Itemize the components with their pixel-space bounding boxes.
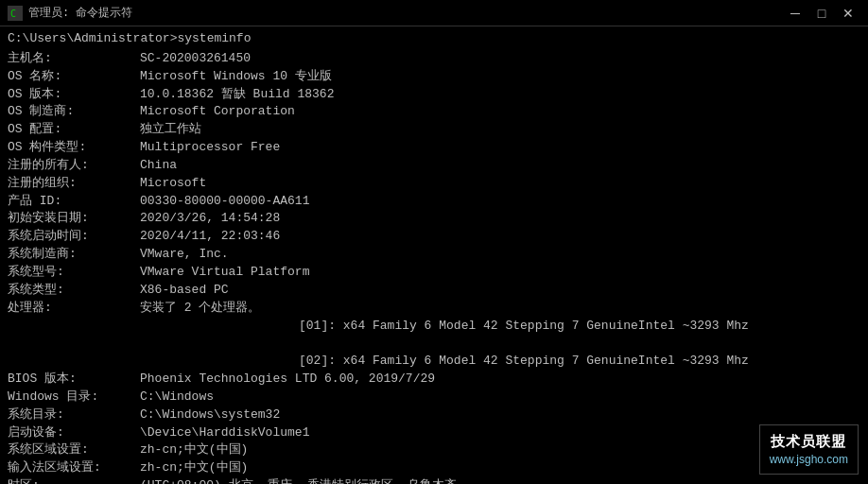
sysinfo-table: 主机名:SC-202003261450OS 名称:Microsoft Windo… bbox=[8, 50, 860, 484]
table-row: 时区:(UTC+08:00) 北京, 重庆, 香港特别行政区, 乌鲁木齐 bbox=[8, 477, 860, 484]
title-bar: C 管理员: 命令提示符 ─ □ ✕ bbox=[0, 0, 868, 26]
table-row: 系统区域设置:zh-cn;中文(中国) bbox=[8, 441, 860, 459]
row-value: 独立工作站 bbox=[140, 121, 860, 139]
row-value: 安装了 2 个处理器。[01]: x64 Family 6 Model 42 S… bbox=[140, 300, 860, 371]
row-value: Microsoft Corporation bbox=[140, 103, 860, 121]
row-value: zh-cn;中文(中国) bbox=[140, 441, 860, 459]
row-value: (UTC+08:00) 北京, 重庆, 香港特别行政区, 乌鲁木齐 bbox=[140, 477, 860, 484]
row-value: Multiprocessor Free bbox=[140, 139, 860, 157]
table-row: OS 构件类型:Multiprocessor Free bbox=[8, 139, 860, 157]
row-value: Microsoft Windows 10 专业版 bbox=[140, 68, 860, 86]
table-row: OS 名称:Microsoft Windows 10 专业版 bbox=[8, 68, 860, 86]
row-value: 2020/3/26, 14:54:28 bbox=[140, 210, 860, 228]
row-value: C:\Windows bbox=[140, 389, 860, 406]
row-label: Windows 目录: bbox=[8, 389, 140, 406]
row-label: 启动设备: bbox=[8, 424, 140, 442]
row-label: 系统启动时间: bbox=[8, 228, 140, 246]
table-row: 注册的组织:Microsoft bbox=[8, 175, 860, 193]
row-label: 处理器: bbox=[8, 300, 140, 371]
terminal-area: C:\Users\Administrator>systeminfo 主机名:SC… bbox=[0, 26, 868, 484]
table-row: 系统类型:X86-based PC bbox=[8, 282, 860, 300]
row-label: BIOS 版本: bbox=[8, 371, 140, 389]
cmd-icon: C bbox=[8, 6, 23, 21]
row-value: Microsoft bbox=[140, 175, 860, 193]
row-label: 注册的所有人: bbox=[8, 157, 140, 175]
row-value: 2020/4/11, 22:03:46 bbox=[140, 228, 860, 246]
table-row: 主机名:SC-202003261450 bbox=[8, 50, 860, 68]
row-value: zh-cn;中文(中国) bbox=[140, 459, 860, 477]
minimize-button[interactable]: ─ bbox=[783, 4, 807, 23]
table-row: 系统制造商:VMware, Inc. bbox=[8, 246, 860, 264]
row-label: OS 名称: bbox=[8, 68, 140, 86]
row-value: Phoenix Technologies LTD 6.00, 2019/7/29 bbox=[140, 371, 860, 389]
row-value: 10.0.18362 暂缺 Build 18362 bbox=[140, 86, 860, 104]
row-label: 主机名: bbox=[8, 50, 140, 68]
table-row: OS 版本:10.0.18362 暂缺 Build 18362 bbox=[8, 86, 860, 104]
table-row: 系统型号:VMware Virtual Platform bbox=[8, 264, 860, 282]
watermark-url: www.jsgho.com bbox=[770, 452, 848, 468]
row-value: \Device\HarddiskVolume1 bbox=[140, 424, 860, 442]
row-label: 输入法区域设置: bbox=[8, 459, 140, 477]
table-row: OS 制造商:Microsoft Corporation bbox=[8, 103, 860, 121]
row-label: 初始安装日期: bbox=[8, 210, 140, 228]
title-bar-left: C 管理员: 命令提示符 bbox=[8, 5, 132, 21]
row-value: X86-based PC bbox=[140, 282, 860, 300]
row-value: VMware, Inc. bbox=[140, 246, 860, 264]
title-bar-controls: ─ □ ✕ bbox=[783, 4, 860, 23]
title-bar-title: 管理员: 命令提示符 bbox=[28, 5, 132, 21]
table-row: OS 配置:独立工作站 bbox=[8, 121, 860, 139]
table-row: 系统启动时间:2020/4/11, 22:03:46 bbox=[8, 228, 860, 246]
table-row: Windows 目录:C:\Windows bbox=[8, 389, 860, 406]
table-row: 产品 ID:00330-80000-00000-AA611 bbox=[8, 193, 860, 211]
table-row: 系统目录:C:\Windows\system32 bbox=[8, 406, 860, 424]
row-value: VMware Virtual Platform bbox=[140, 264, 860, 282]
maximize-button[interactable]: □ bbox=[809, 4, 834, 23]
row-label: 系统类型: bbox=[8, 282, 140, 300]
table-row: 输入法区域设置:zh-cn;中文(中国) bbox=[8, 459, 860, 477]
row-label: OS 版本: bbox=[8, 86, 140, 104]
svg-text:C: C bbox=[10, 9, 16, 19]
row-label: OS 制造商: bbox=[8, 103, 140, 121]
row-label: OS 配置: bbox=[8, 121, 140, 139]
row-label: 系统制造商: bbox=[8, 246, 140, 264]
row-label: 系统型号: bbox=[8, 264, 140, 282]
watermark: 技术员联盟 www.jsgho.com bbox=[759, 424, 859, 475]
watermark-title: 技术员联盟 bbox=[770, 431, 848, 452]
close-button[interactable]: ✕ bbox=[836, 4, 860, 23]
row-value: 00330-80000-00000-AA611 bbox=[140, 193, 860, 211]
row-label: 注册的组织: bbox=[8, 175, 140, 193]
table-row: 初始安装日期:2020/3/26, 14:54:28 bbox=[8, 210, 860, 228]
row-value: C:\Windows\system32 bbox=[140, 406, 860, 424]
row-label: 系统区域设置: bbox=[8, 441, 140, 459]
row-label: 系统目录: bbox=[8, 406, 140, 424]
row-value: SC-202003261450 bbox=[140, 50, 860, 68]
cmd-prompt-line: C:\Users\Administrator>systeminfo bbox=[8, 30, 860, 48]
table-row: 注册的所有人:China bbox=[8, 157, 860, 175]
row-label: 时区: bbox=[8, 477, 140, 484]
row-value: China bbox=[140, 157, 860, 175]
table-row: 处理器:安装了 2 个处理器。[01]: x64 Family 6 Model … bbox=[8, 300, 860, 371]
table-row: BIOS 版本:Phoenix Technologies LTD 6.00, 2… bbox=[8, 371, 860, 389]
row-label: 产品 ID: bbox=[8, 193, 140, 211]
table-row: 启动设备:\Device\HarddiskVolume1 bbox=[8, 424, 860, 442]
row-label: OS 构件类型: bbox=[8, 139, 140, 157]
